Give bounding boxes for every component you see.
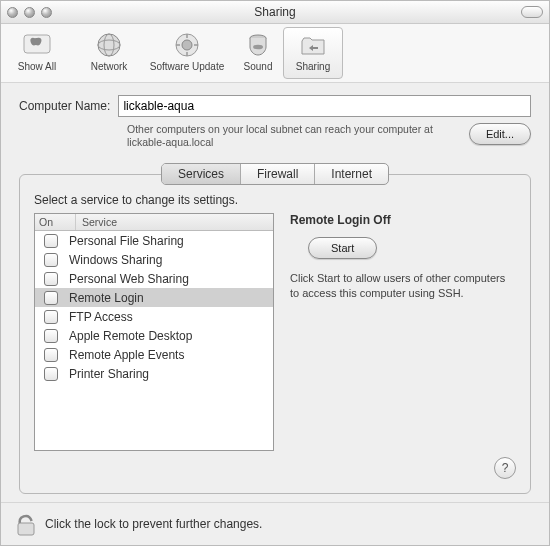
service-checkbox[interactable]	[35, 348, 67, 362]
svg-point-1	[98, 34, 120, 56]
toolbar-sound[interactable]: Sound	[235, 27, 281, 79]
service-name: FTP Access	[67, 310, 273, 324]
start-service-button[interactable]: Start	[308, 237, 377, 259]
help-button[interactable]: ?	[494, 457, 516, 479]
service-item-ftp-access[interactable]: FTP Access	[35, 307, 273, 326]
sharing-preferences-window: Sharing Show All Network Software Update	[0, 0, 550, 546]
subnet-row: Other computers on your local subnet can…	[127, 123, 531, 149]
globe-icon	[94, 30, 124, 60]
service-name: Windows Sharing	[67, 253, 273, 267]
lock-icon[interactable]	[15, 511, 37, 537]
services-instruction: Select a service to change its settings.	[34, 193, 516, 207]
service-checkbox[interactable]	[35, 234, 67, 248]
svg-point-5	[182, 40, 192, 50]
column-header-service[interactable]: Service	[76, 214, 273, 230]
service-item-windows-sharing[interactable]: Windows Sharing	[35, 250, 273, 269]
toolbar-network[interactable]: Network	[79, 27, 139, 79]
service-checkbox[interactable]	[35, 291, 67, 305]
window-title: Sharing	[1, 5, 549, 19]
column-header-on[interactable]: On	[35, 214, 76, 230]
service-checkbox[interactable]	[35, 329, 67, 343]
computer-name-label: Computer Name:	[19, 99, 110, 113]
toolbar-label: Sharing	[296, 61, 330, 72]
service-item-apple-remote-desktop[interactable]: Apple Remote Desktop	[35, 326, 273, 345]
toolbar-label: Software Update	[150, 61, 225, 72]
subnet-hint: Other computers on your local subnet can…	[127, 123, 457, 149]
toolbar-label: Show All	[18, 61, 56, 72]
apple-icon	[22, 30, 52, 60]
titlebar: Sharing	[1, 1, 549, 24]
toolbar-toggle-button[interactable]	[521, 6, 543, 18]
services-row: On Service Personal File Sharing Windows…	[34, 213, 516, 451]
close-window-button[interactable]	[7, 7, 18, 18]
toolbar-sharing[interactable]: Sharing	[283, 27, 343, 79]
speaker-icon	[243, 30, 273, 60]
toolbar-show-all[interactable]: Show All	[7, 27, 67, 79]
content-area: Computer Name: Other computers on your l…	[1, 83, 549, 502]
tab-services[interactable]: Services	[162, 164, 241, 184]
edit-hostname-button[interactable]: Edit...	[469, 123, 531, 145]
service-checkbox[interactable]	[35, 367, 67, 381]
service-item-printer-sharing[interactable]: Printer Sharing	[35, 364, 273, 383]
svg-rect-8	[18, 523, 34, 535]
toolbar-software-update[interactable]: Software Update	[141, 27, 233, 79]
services-header: On Service	[35, 214, 273, 231]
services-panel: Select a service to change its settings.…	[19, 174, 531, 494]
service-name: Personal File Sharing	[67, 234, 273, 248]
service-item-remote-login[interactable]: Remote Login	[35, 288, 273, 307]
service-checkbox[interactable]	[35, 310, 67, 324]
minimize-window-button[interactable]	[24, 7, 35, 18]
preferences-toolbar: Show All Network Software Update Sound S	[1, 24, 549, 83]
service-name: Personal Web Sharing	[67, 272, 273, 286]
tab-internet[interactable]: Internet	[315, 164, 388, 184]
toolbar-label: Sound	[244, 61, 273, 72]
window-controls	[7, 7, 52, 18]
services-list: On Service Personal File Sharing Windows…	[34, 213, 274, 451]
svg-point-7	[253, 45, 263, 50]
service-item-personal-web-sharing[interactable]: Personal Web Sharing	[35, 269, 273, 288]
computer-name-row: Computer Name:	[19, 95, 531, 117]
folder-share-icon	[298, 30, 328, 60]
service-name: Remote Apple Events	[67, 348, 273, 362]
service-name: Remote Login	[67, 291, 273, 305]
service-item-personal-file-sharing[interactable]: Personal File Sharing	[35, 231, 273, 250]
toolbar-label: Network	[91, 61, 128, 72]
service-name: Printer Sharing	[67, 367, 273, 381]
lock-row: Click the lock to prevent further change…	[1, 502, 549, 545]
service-detail-title: Remote Login Off	[290, 213, 391, 227]
service-detail-pane: Remote Login Off Start Click Start to al…	[290, 213, 516, 451]
computer-name-input[interactable]	[118, 95, 531, 117]
services-list-body: Personal File Sharing Windows Sharing Pe…	[35, 231, 273, 450]
tab-firewall[interactable]: Firewall	[241, 164, 315, 184]
service-checkbox[interactable]	[35, 272, 67, 286]
update-icon	[172, 30, 202, 60]
service-checkbox[interactable]	[35, 253, 67, 267]
service-detail-description: Click Start to allow users of other comp…	[290, 271, 516, 301]
zoom-window-button[interactable]	[41, 7, 52, 18]
lock-text: Click the lock to prevent further change…	[45, 517, 262, 531]
service-name: Apple Remote Desktop	[67, 329, 273, 343]
service-item-remote-apple-events[interactable]: Remote Apple Events	[35, 345, 273, 364]
